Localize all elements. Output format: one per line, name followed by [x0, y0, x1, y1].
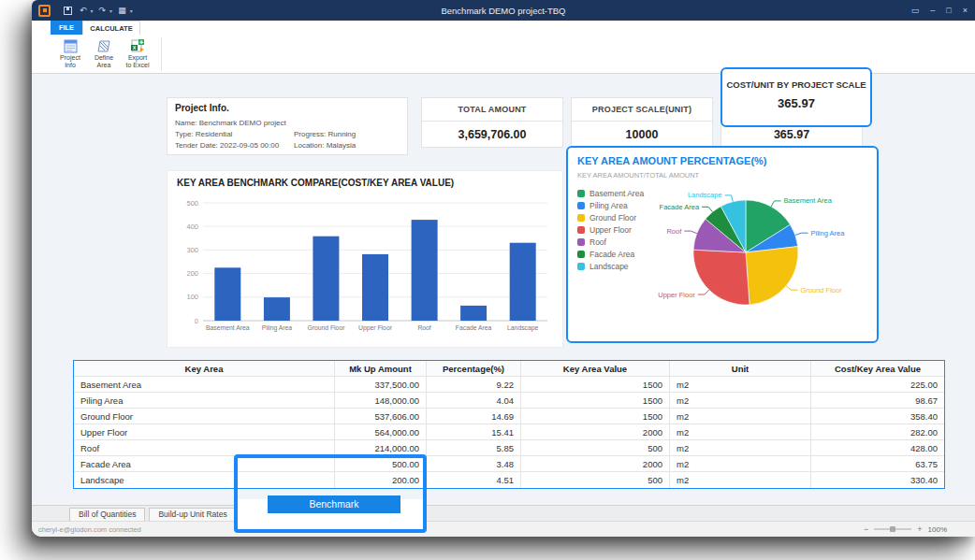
table-cell: 2000	[521, 456, 670, 472]
minimize-icon[interactable]: –	[930, 6, 935, 15]
pie-label-line	[698, 290, 709, 294]
legend-item[interactable]: Ground Floor	[577, 211, 644, 223]
table-cell: Upper Floor	[74, 424, 335, 440]
table-row[interactable]: Ground Floor537,606.0014.691500m2358.40	[74, 409, 944, 424]
table-cell: 337,500.00	[335, 377, 427, 393]
y-tick-label: 100	[186, 293, 198, 301]
pie-legend: Basement AreaPiling AreaGround FloorUppe…	[577, 187, 644, 272]
legend-swatch-icon	[577, 263, 585, 270]
redo-icon[interactable]: ↷	[99, 6, 107, 15]
grid-icon[interactable]: ▦	[118, 6, 126, 15]
pie-label: Piling Area	[811, 229, 846, 237]
x-category-label: Roof	[417, 324, 430, 331]
zoom-out-icon[interactable]: −	[864, 524, 868, 534]
y-tick-label: 0	[195, 317, 198, 325]
table-cell: 428.00	[811, 440, 944, 456]
bar[interactable]	[412, 220, 438, 321]
legend-item[interactable]: Facade Area	[577, 248, 644, 260]
zoom-slider[interactable]	[874, 528, 911, 530]
save-icon[interactable]	[64, 7, 72, 15]
table-header-cell[interactable]: Unit	[670, 361, 811, 377]
callout-value: 365.97	[722, 96, 870, 110]
table-cell: Piling Area	[74, 393, 335, 409]
bar[interactable]	[214, 267, 240, 321]
pie-label-line	[771, 201, 780, 207]
pie-label: Landscape	[688, 191, 722, 199]
bar[interactable]	[264, 297, 290, 321]
zoom-slider-thumb[interactable]	[890, 526, 895, 532]
table-row[interactable]: Basement Area337,500.009.221500m2225.00	[74, 377, 944, 393]
legend-swatch-icon	[577, 214, 585, 222]
table-row[interactable]: Piling Area148,000.004.041500m298.67	[74, 393, 944, 409]
table-cell: 2000	[521, 424, 670, 440]
close-icon[interactable]: ×	[963, 6, 968, 15]
bar[interactable]	[460, 306, 487, 321]
x-category-label: Upper Floor	[358, 324, 393, 332]
legend-swatch-icon	[577, 238, 585, 246]
table-row[interactable]: Upper Floor564,000.0015.412000m2282.00	[74, 424, 944, 440]
redo-dropdown-icon[interactable]: ▾	[109, 7, 112, 14]
legend-label: Piling Area	[589, 201, 628, 210]
export-excel-icon: ✚X	[130, 37, 145, 54]
table-header-cell[interactable]: Percentage(%)	[427, 361, 521, 377]
table-cell: m2	[670, 393, 811, 409]
table-row[interactable]: Facade Area500.003.482000m263.75	[74, 456, 944, 472]
screen-icon[interactable]: ▭	[911, 6, 920, 15]
x-category-label: Facade Area	[456, 324, 492, 331]
x-category-label: Basement Area	[206, 324, 250, 331]
undo-icon[interactable]: ↶	[80, 6, 87, 15]
table-row[interactable]: Roof214,000.005.85500m2428.00	[74, 440, 944, 456]
bar[interactable]	[510, 243, 536, 321]
pie-label: Upper Floor	[658, 291, 695, 299]
y-tick-label: 300	[186, 246, 198, 254]
project-info-label-2: Info	[65, 62, 76, 68]
bar[interactable]	[313, 237, 339, 321]
project-progress-field: Progress: Running	[294, 130, 356, 138]
pie-slice[interactable]	[693, 250, 749, 305]
benchmark-tab-button[interactable]: Benchmark	[268, 495, 400, 513]
bar[interactable]	[362, 254, 388, 321]
quickaccess-dropdown-icon[interactable]: ▾	[130, 7, 133, 14]
table-cell: m2	[670, 440, 811, 456]
legend-item[interactable]: Piling Area	[577, 199, 644, 211]
legend-item[interactable]: Basement Area	[577, 187, 644, 199]
legend-label: Ground Floor	[589, 213, 636, 223]
legend-item[interactable]: Upper Floor	[577, 223, 644, 236]
tab-calculate[interactable]: CALCULATE	[82, 21, 140, 35]
glodon-logo-icon[interactable]	[38, 5, 51, 17]
bottom-tab-bar: Bill of QuantitiesBuild-up Unit Rates	[32, 505, 975, 521]
legend-label: Landscape	[589, 262, 629, 271]
legend-label: Basement Area	[589, 189, 644, 198]
project-info-label-1: Project	[60, 54, 80, 61]
bottom-tab-build-up-unit-rates[interactable]: Build-up Unit Rates	[149, 508, 236, 521]
pie-slice[interactable]	[746, 247, 798, 305]
table-cell: m2	[670, 377, 811, 393]
table-header-cell[interactable]: Key Area	[74, 361, 335, 377]
svg-text:✚: ✚	[139, 39, 143, 45]
project-info-title: Project Info.	[175, 103, 229, 113]
table-row[interactable]: Landscape200.004.51500m2330.40	[74, 472, 944, 488]
total-amount-stat: TOTAL AMOUNT 3,659,706.00	[421, 97, 563, 148]
legend-label: Facade Area	[589, 250, 634, 259]
pie-label-line	[795, 233, 808, 235]
zoom-in-icon[interactable]: +	[917, 524, 922, 534]
project-scale-header: PROJECT SCALE(UNIT)	[571, 97, 713, 122]
maximize-icon[interactable]: □	[946, 6, 951, 15]
table-header-cell[interactable]: Key Area Value	[521, 361, 670, 377]
total-amount-value: 3,659,706.00	[421, 122, 563, 148]
legend-item[interactable]: Roof	[577, 236, 644, 248]
define-area-button[interactable]: Define Area	[88, 37, 120, 69]
cost-unit-callout: COST/UNIT BY PROJECT SCALE 365.97	[720, 67, 872, 127]
table-cell: 5.85	[427, 440, 521, 456]
project-info-button[interactable]: Project Info	[54, 37, 86, 69]
table-header-cell[interactable]: Mk Up Amount	[335, 361, 427, 377]
app-window: ↶ ▾ ↷ ▾ ▦ ▾ Benchmark DEMO project-TBQ ▭…	[32, 0, 975, 537]
export-to-excel-button[interactable]: ✚X Export to Excel	[122, 37, 153, 69]
undo-dropdown-icon[interactable]: ▾	[91, 7, 94, 14]
table-header-cell[interactable]: Cost/Key Area Value	[811, 361, 944, 377]
table-cell: 1500	[521, 393, 670, 409]
tab-file[interactable]: FILE	[51, 21, 82, 35]
bottom-tab-bill-of-quantities[interactable]: Bill of Quantities	[69, 508, 145, 521]
bar-chart-svg: 0100200300400500Basement AreaPiling Area…	[175, 195, 553, 341]
legend-item[interactable]: Landscape	[577, 260, 644, 272]
